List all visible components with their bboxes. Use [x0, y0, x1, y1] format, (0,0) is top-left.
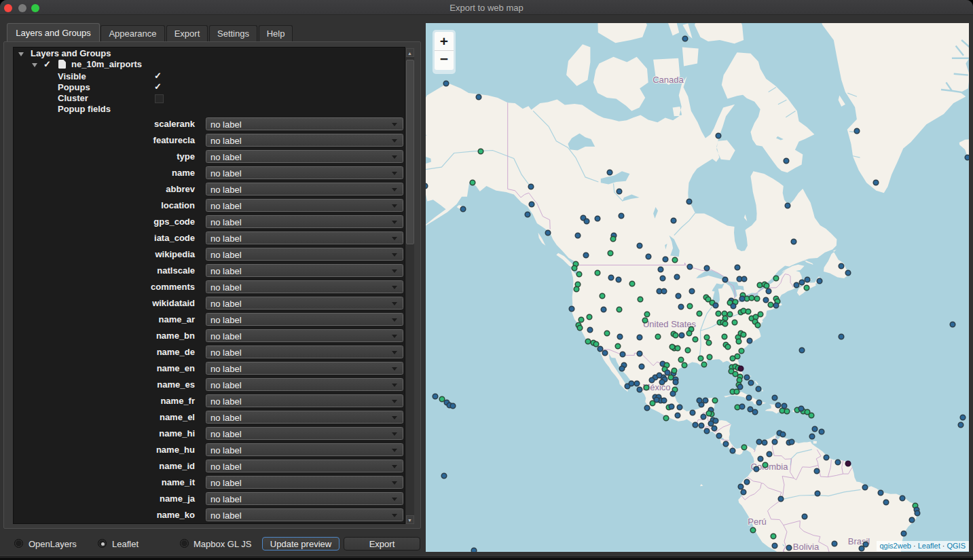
svg-text:Canada: Canada: [653, 75, 684, 85]
svg-text:Perú: Perú: [748, 517, 766, 527]
svg-text:United States: United States: [643, 319, 697, 329]
svg-text:Bolivia: Bolivia: [793, 542, 820, 552]
